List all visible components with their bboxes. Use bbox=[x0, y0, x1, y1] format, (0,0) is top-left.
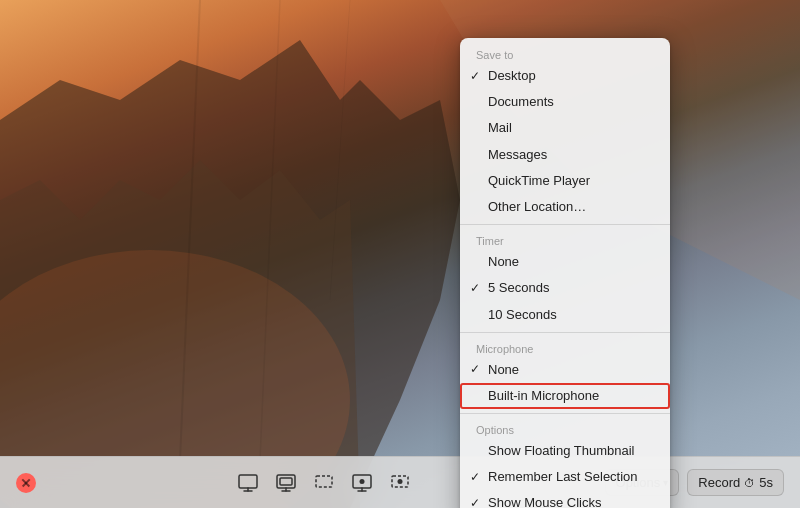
menu-separator-1 bbox=[460, 224, 670, 225]
record-entire-screen-button[interactable] bbox=[344, 465, 380, 501]
svg-rect-14 bbox=[316, 476, 332, 487]
toolbar: Options ▾ Record ⏱ 5s bbox=[0, 456, 800, 508]
timer-clock-icon: ⏱ bbox=[744, 477, 755, 489]
menu-separator-3 bbox=[460, 413, 670, 414]
svg-point-20 bbox=[398, 479, 403, 484]
record-button[interactable]: Record ⏱ 5s bbox=[687, 469, 784, 496]
menu-separator-2 bbox=[460, 332, 670, 333]
menu-item-show-thumbnail[interactable]: Show Floating Thumbnail bbox=[460, 438, 670, 464]
capture-selection-button[interactable] bbox=[306, 465, 342, 501]
capture-entire-screen-icon bbox=[237, 472, 259, 494]
record-entire-screen-icon bbox=[351, 472, 373, 494]
svg-rect-7 bbox=[239, 475, 257, 488]
menu-item-desktop[interactable]: Desktop bbox=[460, 63, 670, 89]
menu-section-timer: Timer bbox=[460, 229, 670, 249]
capture-window-button[interactable] bbox=[268, 465, 304, 501]
menu-item-documents[interactable]: Documents bbox=[460, 89, 670, 115]
capture-window-icon bbox=[275, 472, 297, 494]
menu-item-mic-none[interactable]: None bbox=[460, 357, 670, 383]
menu-section-options: Options bbox=[460, 418, 670, 438]
capture-selection-icon bbox=[313, 472, 335, 494]
svg-point-16 bbox=[360, 479, 365, 484]
svg-rect-11 bbox=[280, 478, 292, 485]
record-selection-icon bbox=[389, 472, 411, 494]
menu-item-mail[interactable]: Mail bbox=[460, 115, 670, 141]
menu-item-timer-10s[interactable]: 10 Seconds bbox=[460, 302, 670, 328]
record-selection-button[interactable] bbox=[382, 465, 418, 501]
menu-item-remember-selection[interactable]: Remember Last Selection bbox=[460, 464, 670, 490]
cliff-overlay bbox=[0, 0, 800, 508]
menu-section-microphone: Microphone bbox=[460, 337, 670, 357]
close-button[interactable] bbox=[16, 473, 36, 493]
menu-item-timer-none[interactable]: None bbox=[460, 249, 670, 275]
menu-item-builtin-mic[interactable]: Built-in Microphone bbox=[460, 383, 670, 409]
menu-item-other-location[interactable]: Other Location… bbox=[460, 194, 670, 220]
capture-entire-screen-button[interactable] bbox=[230, 465, 266, 501]
menu-item-messages[interactable]: Messages bbox=[460, 142, 670, 168]
timer-value: 5s bbox=[759, 475, 773, 490]
menu-item-show-mouse-clicks[interactable]: Show Mouse Clicks bbox=[460, 490, 670, 508]
menu-section-save-to: Save to bbox=[460, 43, 670, 63]
context-menu: Save to Desktop Documents Mail Messages … bbox=[460, 38, 670, 508]
record-label: Record bbox=[698, 475, 740, 490]
menu-item-timer-5s[interactable]: 5 Seconds bbox=[460, 275, 670, 301]
menu-item-quicktime[interactable]: QuickTime Player bbox=[460, 168, 670, 194]
